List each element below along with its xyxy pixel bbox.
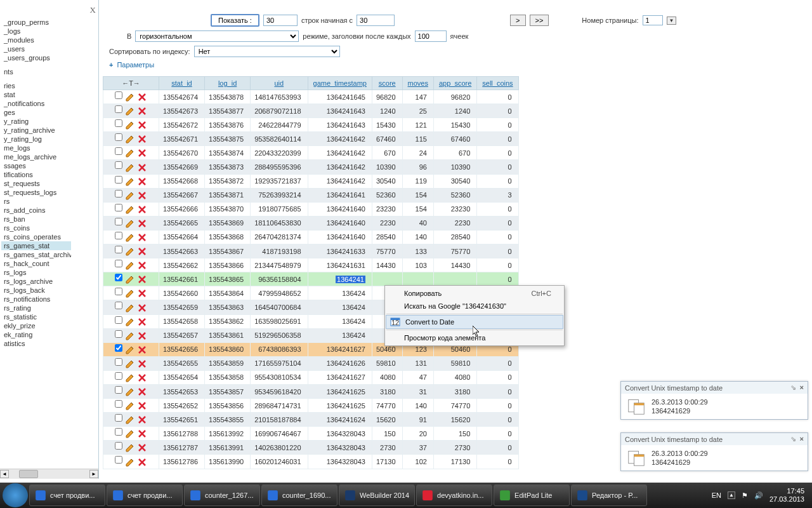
tree-item[interactable]: rs_games_stat	[1, 241, 71, 250]
cell-sell_coins[interactable]: 0	[477, 132, 518, 146]
edit-icon[interactable]	[125, 148, 135, 158]
cell-sell_coins[interactable]: 0	[477, 202, 518, 216]
cell-stat_id[interactable]: 135612788	[159, 427, 205, 441]
delete-icon[interactable]	[137, 163, 147, 173]
delete-icon[interactable]	[137, 401, 147, 411]
cell-score[interactable]: 52360	[372, 188, 402, 202]
tray-clock[interactable]: 17:45 27.03.2013	[769, 487, 804, 504]
cell-app_score[interactable]: 52360	[433, 188, 476, 202]
cell-sell_coins[interactable]: 0	[477, 455, 518, 469]
cell-moves[interactable]: 147	[402, 90, 433, 104]
taskbar-item[interactable]: EditPad Lite	[494, 485, 570, 506]
cell-moves[interactable]: 91	[402, 413, 433, 427]
cell-moves[interactable]: 103	[402, 258, 433, 272]
cell-score[interactable]: 17130	[372, 455, 402, 469]
cell-sell_coins[interactable]: 0	[477, 370, 518, 384]
cell-moves[interactable]: 140	[402, 399, 433, 413]
delete-icon[interactable]	[137, 148, 147, 158]
edit-icon[interactable]	[125, 134, 135, 144]
cell-app_score[interactable]: 67460	[433, 132, 476, 146]
cell-stat_id[interactable]: 135542666	[159, 202, 205, 216]
cell-sell_coins[interactable]: 0	[477, 244, 518, 258]
edit-icon[interactable]	[125, 246, 135, 257]
cell-uid[interactable]: 140263801220	[251, 441, 308, 455]
page-dropdown-icon[interactable]: ▼	[667, 17, 677, 25]
delete-icon[interactable]	[137, 274, 147, 284]
tree-item[interactable]: st_requests_logs	[1, 188, 71, 197]
cell-log_id[interactable]: 135543873	[205, 160, 251, 174]
delete-icon[interactable]	[137, 317, 147, 327]
tray-flag-icon[interactable]: ⚑	[742, 491, 748, 500]
cell-moves[interactable]: 47	[402, 370, 433, 384]
row-checkbox[interactable]	[115, 218, 122, 225]
cell-sell_coins[interactable]: 0	[477, 427, 518, 441]
cell-app_score[interactable]: 10390	[433, 160, 476, 174]
cell-game_timestamp[interactable]: 1364241633	[308, 244, 372, 258]
row-checkbox[interactable]	[115, 456, 122, 464]
tree-item[interactable]: rs_hack_count	[1, 259, 71, 268]
cell-score[interactable]: 15430	[372, 118, 402, 132]
edit-icon[interactable]	[125, 401, 135, 411]
cell-score[interactable]: 96820	[372, 90, 402, 104]
cell-app_score[interactable]	[433, 272, 476, 286]
cell-moves[interactable]: 96	[402, 160, 433, 174]
cell-stat_id[interactable]: 135542652	[159, 399, 205, 413]
cell-score[interactable]: 23230	[372, 202, 402, 216]
edit-icon[interactable]	[125, 359, 135, 369]
cell-game_timestamp[interactable]: 1364241	[308, 272, 372, 286]
tree-item[interactable]: _notifications	[1, 99, 71, 108]
scroll-left-button[interactable]: ◄	[0, 470, 9, 478]
cell-game_timestamp[interactable]: 1364241631	[308, 258, 372, 272]
tree-item[interactable]: ssages	[1, 161, 71, 170]
edit-icon[interactable]	[125, 429, 135, 439]
cell-uid[interactable]: 24622844779	[251, 118, 308, 132]
cell-stat_id[interactable]: 135542658	[159, 314, 205, 328]
cell-stat_id[interactable]: 135612786	[159, 455, 205, 469]
tree-item[interactable]: ries	[1, 81, 71, 90]
cell-log_id[interactable]: 135543858	[205, 370, 251, 384]
cell-stat_id[interactable]: 135542668	[159, 174, 205, 188]
delete-icon[interactable]	[137, 177, 147, 187]
delete-icon[interactable]	[137, 120, 147, 130]
cell-sell_coins[interactable]: 0	[477, 90, 518, 104]
orientation-select[interactable]: горизонтальном	[135, 30, 299, 42]
cell-log_id[interactable]: 135543868	[205, 230, 251, 244]
row-checkbox[interactable]	[115, 176, 122, 184]
edit-icon[interactable]	[125, 288, 135, 298]
cell-uid[interactable]: 171655975104	[251, 356, 308, 370]
tree-horiz-scroll[interactable]: ◄ ►	[0, 469, 98, 479]
cell-log_id[interactable]: 135543856	[205, 399, 251, 413]
cell-log_id[interactable]: 135543869	[205, 216, 251, 230]
cell-log_id[interactable]: 135543865	[205, 272, 251, 286]
cell-app_score[interactable]: 96820	[433, 90, 476, 104]
cell-moves[interactable]: 20	[402, 427, 433, 441]
cell-stat_id[interactable]: 135542654	[159, 370, 205, 384]
cell-log_id[interactable]: 135543870	[205, 202, 251, 216]
cell-game_timestamp[interactable]: 1364241624	[308, 413, 372, 427]
cell-score[interactable]: 30540	[372, 174, 402, 188]
pin-icon[interactable]: ⇘	[790, 384, 796, 392]
cell-stat_id[interactable]: 135542653	[159, 384, 205, 398]
cell-score[interactable]: 15620	[372, 413, 402, 427]
cell-stat_id[interactable]: 135542670	[159, 146, 205, 160]
cell-sell_coins[interactable]: 0	[477, 258, 518, 272]
cell-score[interactable]: 1240	[372, 104, 402, 118]
cell-game_timestamp[interactable]: 1364241642	[308, 174, 372, 188]
cell-log_id[interactable]: 135543867	[205, 244, 251, 258]
cell-sell_coins[interactable]: 0	[477, 272, 518, 286]
cell-game_timestamp[interactable]: 136424	[308, 286, 372, 300]
tree-item[interactable]: rs_logs	[1, 268, 71, 277]
tree-item[interactable]: rs_ban	[1, 215, 71, 224]
cell-uid[interactable]: 148147653993	[251, 90, 308, 104]
taskbar-item[interactable]: счет продви...	[29, 485, 105, 506]
cell-app_score[interactable]: 1240	[433, 104, 476, 118]
cell-sell_coins[interactable]: 0	[477, 230, 518, 244]
taskbar-item[interactable]: counter_1267...	[184, 485, 260, 506]
column-header-moves[interactable]: moves	[402, 77, 433, 90]
cell-sell_coins[interactable]: 0	[477, 441, 518, 455]
taskbar-item[interactable]: Редактор - P...	[571, 485, 647, 506]
cell-moves[interactable]: 24	[402, 146, 433, 160]
cell-log_id[interactable]: 135543866	[205, 258, 251, 272]
cell-game_timestamp[interactable]: 1364241642	[308, 132, 372, 146]
cell-game_timestamp[interactable]: 136424	[308, 328, 372, 342]
